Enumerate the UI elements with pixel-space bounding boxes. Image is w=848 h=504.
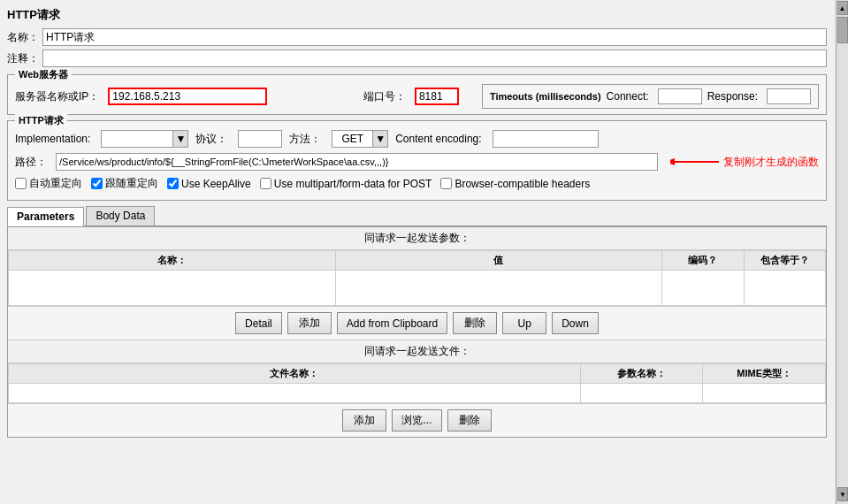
timeouts-box: Timeouts (milliseconds) Connect: Respons…	[482, 84, 819, 109]
multipart-label: Use multipart/form-data for POST	[274, 178, 432, 190]
path-input[interactable]	[56, 153, 658, 171]
arrow-annotation: 复制刚才生成的函数	[670, 153, 819, 171]
impl-label: Implementation:	[15, 133, 90, 145]
delete-button[interactable]: 删除	[453, 312, 497, 334]
panel-title: HTTP请求	[7, 7, 827, 23]
col-name-header: 名称：	[9, 251, 336, 271]
encoding-label: Content encoding:	[395, 133, 481, 145]
col-include-header: 包含等于？	[744, 251, 825, 271]
browser-checkbox[interactable]: Browser-compatible headers	[440, 178, 590, 190]
response-label: Response:	[707, 90, 758, 103]
impl-row: Implementation: ▼ 协议： 方法： ▼ Content enco…	[15, 130, 819, 148]
method-dropdown[interactable]: ▼	[372, 131, 387, 147]
files-buttons: 添加 浏览... 删除	[8, 403, 826, 437]
keepalive-checkbox[interactable]: Use KeepAlive	[167, 178, 251, 190]
name-label: 名称：	[7, 30, 39, 45]
files-cell-2	[580, 384, 703, 403]
multipart-checkbox[interactable]: Use multipart/form-data for POST	[260, 178, 432, 190]
files-cell-1	[9, 384, 581, 403]
path-row: 路径： 复制刚才生成的函数	[15, 153, 819, 171]
col-value-header: 值	[335, 251, 662, 271]
path-label: 路径：	[15, 155, 47, 170]
params-cell-4	[744, 271, 825, 306]
keepalive-label: Use KeepAlive	[181, 178, 251, 190]
connect-label: Connect:	[607, 90, 649, 103]
webserver-section: Web服务器 服务器名称或IP： 端口号： Timeouts (millisec…	[7, 74, 827, 115]
params-cell-2	[335, 271, 662, 306]
up-button[interactable]: Up	[502, 312, 546, 334]
annotation-text: 复制刚才生成的函数	[723, 155, 819, 170]
comment-input[interactable]	[42, 50, 827, 67]
tabs-bar: Parameters Body Data	[7, 206, 827, 226]
params-empty-row	[9, 271, 826, 306]
scrollbar-thumb[interactable]	[837, 17, 848, 43]
http-section: HTTP请求 Implementation: ▼ 协议： 方法： ▼ Conte…	[7, 120, 827, 201]
multipart-input[interactable]	[260, 178, 271, 189]
connect-input[interactable]	[658, 88, 702, 104]
params-area: 同请求一起发送参数： 名称： 值 编码？ 包含等于？	[7, 226, 827, 438]
auto-redirect-checkbox[interactable]: 自动重定向	[15, 176, 82, 191]
files-browse-button[interactable]: 浏览...	[392, 409, 441, 431]
keepalive-input[interactable]	[167, 178, 179, 189]
auto-redirect-input[interactable]	[15, 178, 27, 189]
files-empty-row	[9, 384, 826, 403]
col-filename-header: 文件名称：	[9, 364, 581, 384]
protocol-label: 协议：	[195, 132, 227, 147]
port-label: 端口号：	[363, 89, 406, 104]
comment-label: 注释：	[7, 51, 39, 66]
encoding-input[interactable]	[493, 130, 599, 148]
comment-row: 注释：	[7, 50, 827, 67]
server-label: 服务器名称或IP：	[15, 89, 99, 104]
name-input[interactable]	[42, 28, 827, 46]
auto-redirect-label: 自动重定向	[29, 176, 82, 191]
impl-dropdown[interactable]: ▼	[172, 131, 187, 147]
response-input[interactable]	[767, 88, 811, 104]
impl-input[interactable]	[102, 131, 172, 147]
browser-label: Browser-compatible headers	[455, 178, 590, 190]
server-input[interactable]	[108, 88, 267, 105]
method-label: 方法：	[289, 132, 321, 147]
params-cell-3	[662, 271, 744, 306]
tab-parameters[interactable]: Parameters	[7, 207, 84, 226]
browser-input[interactable]	[440, 178, 452, 189]
webserver-content: 服务器名称或IP： 端口号： Timeouts (milliseconds) C…	[15, 84, 819, 109]
col-encode-header: 编码？	[662, 251, 744, 271]
protocol-input[interactable]	[238, 130, 282, 148]
arrow-icon	[670, 153, 723, 171]
timeouts-label: Timeouts (milliseconds)	[490, 91, 601, 102]
tabs-container: Parameters Body Data 同请求一起发送参数： 名称： 值 编码…	[7, 206, 827, 438]
scrollbar[interactable]: ▲ ▼	[836, 0, 848, 504]
params-table: 名称： 值 编码？ 包含等于？	[8, 250, 826, 306]
files-add-button[interactable]: 添加	[342, 409, 386, 431]
params-cell-1	[9, 271, 336, 306]
add-button[interactable]: 添加	[287, 312, 332, 334]
files-cell-3	[703, 384, 826, 403]
tab-body-data[interactable]: Body Data	[86, 206, 155, 225]
http-legend: HTTP请求	[15, 114, 67, 127]
follow-redirect-input[interactable]	[91, 178, 103, 189]
files-delete-button[interactable]: 删除	[447, 409, 492, 431]
params-table-header: 名称： 值 编码？ 包含等于？	[9, 251, 826, 271]
follow-redirect-checkbox[interactable]: 跟随重定向	[91, 176, 158, 191]
port-input[interactable]	[415, 88, 459, 105]
detail-button[interactable]: Detail	[235, 312, 282, 334]
files-section-title: 同请求一起发送文件：	[8, 340, 826, 363]
files-table: 文件名称： 参数名称： MIME类型：	[8, 363, 826, 403]
params-buttons: Detail 添加 Add from Clipboard 删除 Up Down	[8, 306, 826, 340]
add-clipboard-button[interactable]: Add from Clipboard	[337, 312, 447, 334]
name-row: 名称：	[7, 28, 827, 46]
params-section-title: 同请求一起发送参数：	[8, 227, 826, 250]
down-button[interactable]: Down	[552, 312, 599, 334]
checkboxes-row: 自动重定向 跟随重定向 Use KeepAlive Use multipart/…	[15, 176, 819, 191]
webserver-legend: Web服务器	[15, 68, 72, 81]
follow-redirect-label: 跟随重定向	[105, 176, 158, 191]
main-panel: ▲ ▼ HTTP请求 名称： 注释： Web服务器 服务器名称或IP： 端口号：	[0, 0, 848, 504]
col-param-header: 参数名称：	[580, 364, 703, 384]
method-input[interactable]	[332, 131, 372, 147]
files-table-header: 文件名称： 参数名称： MIME类型：	[9, 364, 826, 384]
col-mime-header: MIME类型：	[703, 364, 826, 384]
